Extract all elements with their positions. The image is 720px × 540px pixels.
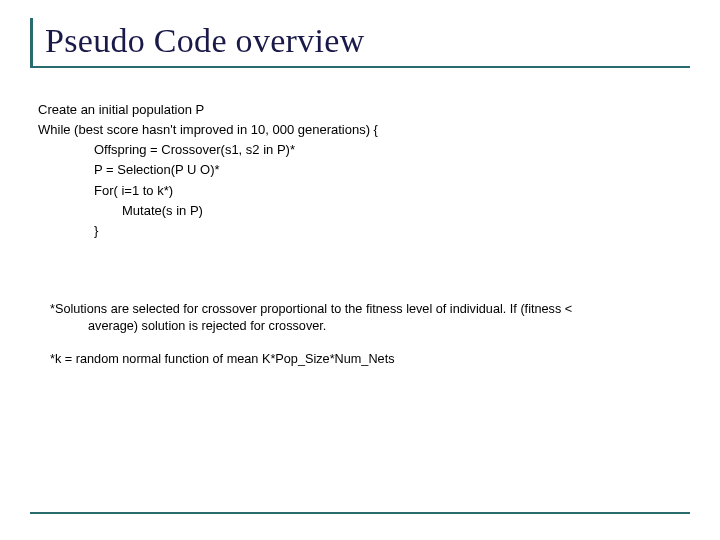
code-line: } bbox=[38, 221, 690, 241]
code-line: For( i=1 to k*) bbox=[38, 181, 690, 201]
code-line: Mutate(s in P) bbox=[38, 201, 690, 221]
footnote: *Solutions are selected for crossover pr… bbox=[50, 301, 690, 335]
code-line: Offspring = Crossover(s1, s2 in P)* bbox=[38, 140, 690, 160]
code-line: While (best score hasn't improved in 10,… bbox=[38, 120, 690, 140]
footnotes: *Solutions are selected for crossover pr… bbox=[30, 301, 690, 368]
pseudocode-block: Create an initial population P While (be… bbox=[30, 100, 690, 241]
footnote: *k = random normal function of mean K*Po… bbox=[50, 351, 690, 368]
footnote-line: *Solutions are selected for crossover pr… bbox=[50, 301, 690, 318]
code-line: P = Selection(P U O)* bbox=[38, 160, 690, 180]
footnote-line: average) solution is rejected for crosso… bbox=[50, 318, 690, 335]
code-line: Create an initial population P bbox=[38, 100, 690, 120]
divider-bottom bbox=[30, 512, 690, 514]
title-container: Pseudo Code overview bbox=[30, 18, 690, 68]
slide-title: Pseudo Code overview bbox=[45, 22, 690, 60]
slide: Pseudo Code overview Create an initial p… bbox=[0, 0, 720, 540]
